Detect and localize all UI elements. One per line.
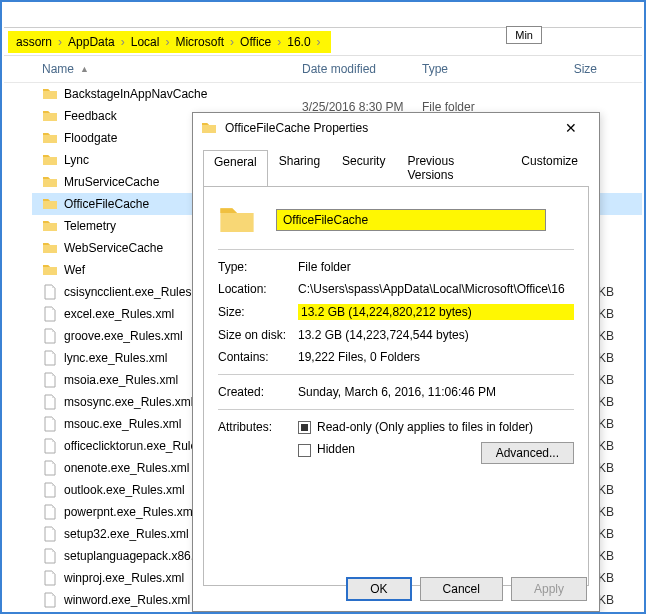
label-readonly: Read-only (Only applies to files in fold… bbox=[317, 420, 533, 434]
label-sizeondisk: Size on disk: bbox=[218, 328, 298, 342]
folder-icon bbox=[42, 130, 58, 146]
svg-rect-2 bbox=[299, 444, 311, 456]
sort-arrow-icon: ▲ bbox=[80, 64, 89, 74]
titlebar: Min bbox=[4, 4, 642, 28]
label-attributes: Attributes: bbox=[218, 420, 298, 434]
ok-button[interactable]: OK bbox=[346, 577, 411, 601]
value-size: 13.2 GB (14,224,820,212 bytes) bbox=[298, 304, 574, 320]
col-type[interactable]: Type bbox=[422, 62, 537, 76]
chevron-right-icon: › bbox=[277, 35, 281, 49]
tab-general[interactable]: General bbox=[203, 150, 268, 187]
file-icon bbox=[42, 548, 58, 564]
item-name: BackstageInAppNavCache bbox=[64, 87, 264, 101]
column-headers[interactable]: Name▲ Date modified Type Size bbox=[4, 56, 642, 83]
breadcrumb-segment[interactable]: assorn bbox=[16, 35, 52, 49]
svg-rect-1 bbox=[301, 424, 308, 431]
label-created: Created: bbox=[218, 385, 298, 399]
breadcrumb[interactable]: assorn›AppData›Local›Microsoft›Office›16… bbox=[8, 31, 331, 53]
file-icon bbox=[42, 526, 58, 542]
breadcrumb-segment[interactable]: Microsoft bbox=[175, 35, 224, 49]
breadcrumb-segment[interactable]: 16.0 bbox=[287, 35, 310, 49]
label-location: Location: bbox=[218, 282, 298, 296]
readonly-checkbox[interactable] bbox=[298, 420, 317, 434]
file-icon bbox=[42, 328, 58, 344]
file-icon bbox=[42, 570, 58, 586]
value-contains: 19,222 Files, 0 Folders bbox=[298, 350, 574, 364]
value-location: C:\Users\spass\AppData\Local\Microsoft\O… bbox=[298, 282, 574, 296]
close-button[interactable]: ✕ bbox=[551, 120, 591, 136]
value-sizeondisk: 13.2 GB (14,223,724,544 bytes) bbox=[298, 328, 574, 342]
file-icon bbox=[42, 372, 58, 388]
folder-icon bbox=[42, 174, 58, 190]
address-bar[interactable]: assorn›AppData›Local›Microsoft›Office›16… bbox=[4, 28, 642, 56]
folder-icon bbox=[42, 86, 58, 102]
file-icon bbox=[42, 460, 58, 476]
col-date[interactable]: Date modified bbox=[302, 62, 422, 76]
breadcrumb-segment[interactable]: Local bbox=[131, 35, 160, 49]
file-icon bbox=[42, 592, 58, 608]
chevron-right-icon: › bbox=[230, 35, 234, 49]
chevron-right-icon: › bbox=[121, 35, 125, 49]
tab-strip: GeneralSharingSecurityPrevious VersionsC… bbox=[193, 143, 599, 186]
breadcrumb-segment[interactable]: Office bbox=[240, 35, 271, 49]
file-icon bbox=[42, 504, 58, 520]
dialog-titlebar[interactable]: OfficeFileCache Properties ✕ bbox=[193, 113, 599, 143]
file-icon bbox=[42, 306, 58, 322]
name-input[interactable] bbox=[276, 209, 546, 231]
folder-icon bbox=[42, 196, 58, 212]
folder-icon bbox=[42, 152, 58, 168]
label-type: Type: bbox=[218, 260, 298, 274]
hidden-checkbox[interactable] bbox=[298, 442, 317, 456]
properties-dialog: OfficeFileCache Properties ✕ GeneralShar… bbox=[192, 112, 600, 612]
folder-icon bbox=[201, 120, 217, 136]
chevron-right-icon: › bbox=[58, 35, 62, 49]
tab-sharing[interactable]: Sharing bbox=[268, 149, 331, 186]
file-icon bbox=[42, 416, 58, 432]
value-created: Sunday, March 6, 2016, 11:06:46 PM bbox=[298, 385, 574, 399]
col-name[interactable]: Name▲ bbox=[42, 62, 302, 76]
file-icon bbox=[42, 438, 58, 454]
folder-icon bbox=[42, 108, 58, 124]
tab-general: Type:File folder Location:C:\Users\spass… bbox=[203, 186, 589, 586]
label-hidden: Hidden bbox=[317, 442, 355, 456]
col-size[interactable]: Size bbox=[537, 62, 597, 76]
tab-security[interactable]: Security bbox=[331, 149, 396, 186]
label-size: Size: bbox=[218, 305, 298, 319]
file-icon bbox=[42, 350, 58, 366]
tab-previous-versions[interactable]: Previous Versions bbox=[396, 149, 510, 186]
value-type: File folder bbox=[298, 260, 574, 274]
minimize-tooltip: Min bbox=[506, 26, 542, 44]
cancel-button[interactable]: Cancel bbox=[420, 577, 503, 601]
file-icon bbox=[42, 284, 58, 300]
advanced-button[interactable]: Advanced... bbox=[481, 442, 574, 464]
dialog-title: OfficeFileCache Properties bbox=[225, 121, 368, 135]
apply-button[interactable]: Apply bbox=[511, 577, 587, 601]
tab-customize[interactable]: Customize bbox=[510, 149, 589, 186]
chevron-right-icon: › bbox=[165, 35, 169, 49]
folder-icon bbox=[218, 201, 256, 239]
chevron-right-icon: › bbox=[317, 35, 321, 49]
file-icon bbox=[42, 394, 58, 410]
folder-icon bbox=[42, 240, 58, 256]
breadcrumb-segment[interactable]: AppData bbox=[68, 35, 115, 49]
folder-icon bbox=[42, 218, 58, 234]
dialog-buttons: OK Cancel Apply bbox=[346, 577, 587, 601]
label-contains: Contains: bbox=[218, 350, 298, 364]
folder-icon bbox=[42, 262, 58, 278]
file-icon bbox=[42, 482, 58, 498]
